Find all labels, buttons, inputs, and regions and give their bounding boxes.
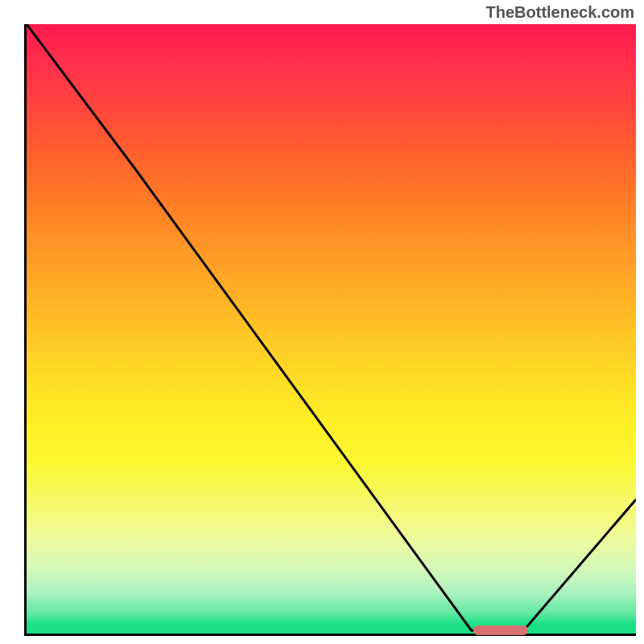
gradient-background xyxy=(27,24,636,634)
optimal-range-marker xyxy=(473,625,528,635)
watermark-text: TheBottleneck.com xyxy=(486,3,634,22)
chart-area xyxy=(24,24,636,636)
